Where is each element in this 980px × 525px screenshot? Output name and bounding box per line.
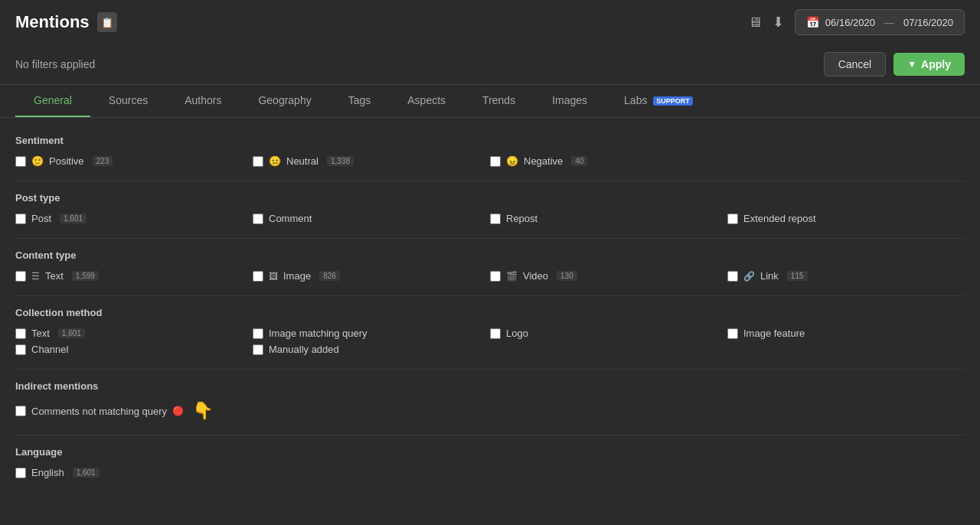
- content-type-link[interactable]: 🔗 Link 115: [727, 270, 965, 282]
- tab-authors[interactable]: Authors: [166, 85, 240, 117]
- divider-4: [15, 369, 965, 370]
- language-english[interactable]: English 1,601: [15, 467, 253, 478]
- cursor-emoji: 👇: [192, 401, 213, 421]
- cancel-button[interactable]: Cancel: [824, 52, 887, 77]
- indirect-mention-checkbox[interactable]: [15, 406, 26, 416]
- sentiment-negative-checkbox[interactable]: [490, 156, 501, 167]
- collection-channel-checkbox[interactable]: [15, 344, 26, 355]
- content-type-section: Content type ☰ Text 1,599 🖼 Image 826 🎬 …: [15, 249, 965, 282]
- mentions-badge-icon[interactable]: 📋: [97, 12, 117, 32]
- tab-sources[interactable]: Sources: [90, 85, 166, 117]
- negative-count: 40: [571, 156, 587, 166]
- collection-image-matching[interactable]: Image matching query: [253, 328, 490, 339]
- collection-channel[interactable]: Channel: [15, 344, 253, 355]
- tab-trends[interactable]: Trends: [464, 85, 534, 117]
- filter-actions: Cancel ▼ Apply: [824, 52, 965, 77]
- collection-manually-added-checkbox[interactable]: [253, 344, 263, 355]
- collection-text[interactable]: Text 1,601: [15, 328, 253, 339]
- sentiment-grid: 🙂 Positive 223 😐 Neutral 1,338 😠 Negativ…: [15, 155, 965, 167]
- date-separator: —: [884, 17, 894, 28]
- tab-general[interactable]: General: [15, 85, 90, 117]
- positive-label: Positive: [49, 155, 84, 167]
- labs-support-badge: SUPPORT: [653, 96, 693, 106]
- tab-labs[interactable]: Labs SUPPORT: [606, 85, 711, 117]
- content-text-checkbox[interactable]: [15, 271, 26, 282]
- indirect-mentions-section: Indirect mentions Comments not matching …: [15, 380, 965, 421]
- download-icon[interactable]: ⬇: [773, 14, 784, 31]
- post-type-extended-repost[interactable]: Extended repost: [727, 213, 965, 224]
- content-image-checkbox[interactable]: [253, 271, 263, 282]
- content-text-count: 1,599: [72, 271, 99, 281]
- divider-2: [15, 238, 965, 239]
- calendar-icon: 📅: [806, 16, 819, 28]
- text-content-icon: ☰: [31, 271, 40, 282]
- content-type-image[interactable]: 🖼 Image 826: [253, 270, 490, 282]
- collection-image-feature-checkbox[interactable]: [727, 328, 738, 339]
- english-label: English: [31, 467, 64, 478]
- page-title: Mentions: [15, 12, 90, 32]
- date-to: 07/16/2020: [903, 17, 953, 28]
- post-type-post[interactable]: Post 1,601: [15, 213, 253, 224]
- content-type-text[interactable]: ☰ Text 1,599: [15, 270, 253, 282]
- header-right: 🖥 ⬇ 📅 06/16/2020 — 07/16/2020: [748, 9, 965, 35]
- content-link-checkbox[interactable]: [727, 271, 738, 282]
- tab-geography[interactable]: Geography: [240, 85, 329, 117]
- sentiment-neutral-checkbox[interactable]: [253, 156, 263, 167]
- collection-text-count: 1,601: [58, 328, 85, 338]
- post-count: 1,601: [60, 214, 87, 223]
- info-dot-icon: 🔴: [172, 406, 184, 416]
- sentiment-positive-item[interactable]: 🙂 Positive 223: [15, 155, 253, 167]
- english-count: 1,601: [73, 468, 100, 478]
- tab-tags[interactable]: Tags: [330, 85, 390, 117]
- english-checkbox[interactable]: [15, 468, 26, 478]
- collection-image-matching-checkbox[interactable]: [253, 328, 263, 339]
- divider-1: [15, 181, 965, 181]
- sentiment-neutral-item[interactable]: 😐 Neutral 1,338: [253, 155, 490, 167]
- header-left: Mentions 📋: [15, 12, 117, 32]
- video-content-icon: 🎬: [506, 271, 518, 282]
- language-grid: English 1,601: [15, 467, 965, 478]
- content-image-label: Image: [283, 270, 311, 282]
- sentiment-positive-checkbox[interactable]: [15, 156, 26, 167]
- content-link-label: Link: [760, 270, 779, 282]
- indirect-mentions-title: Indirect mentions: [15, 380, 965, 392]
- tab-images[interactable]: Images: [534, 85, 606, 117]
- collection-image-feature-label: Image feature: [743, 328, 805, 339]
- content-type-video[interactable]: 🎬 Video 130: [490, 270, 727, 282]
- post-type-comment[interactable]: Comment: [253, 213, 490, 224]
- post-checkbox[interactable]: [15, 214, 26, 224]
- image-content-icon: 🖼: [269, 271, 278, 282]
- collection-manually-added[interactable]: Manually added: [253, 344, 490, 355]
- no-filters-label: No filters applied: [15, 58, 95, 70]
- post-type-grid: Post 1,601 Comment Repost Extended repos…: [15, 213, 965, 224]
- negative-icon: 😠: [506, 155, 518, 167]
- apply-button[interactable]: ▼ Apply: [893, 53, 965, 76]
- sentiment-negative-item[interactable]: 😠 Negative 40: [490, 155, 727, 167]
- post-type-repost[interactable]: Repost: [490, 213, 727, 224]
- sentiment-section: Sentiment 🙂 Positive 223 😐 Neutral 1,338…: [15, 135, 965, 167]
- negative-label: Negative: [524, 155, 563, 167]
- indirect-mention-checkbox-item[interactable]: Comments not matching query 🔴 👇: [15, 401, 213, 421]
- collection-image-feature[interactable]: Image feature: [727, 328, 965, 339]
- repost-checkbox[interactable]: [490, 214, 501, 224]
- positive-icon: 🙂: [31, 155, 44, 167]
- content-video-checkbox[interactable]: [490, 271, 501, 282]
- collection-logo[interactable]: Logo: [490, 328, 727, 339]
- content-video-label: Video: [523, 270, 548, 282]
- extended-repost-checkbox[interactable]: [727, 214, 738, 224]
- collection-text-label: Text: [31, 328, 50, 339]
- monitor-icon[interactable]: 🖥: [748, 15, 762, 31]
- filter-bar: No filters applied Cancel ▼ Apply: [0, 44, 980, 85]
- content-type-title: Content type: [15, 249, 965, 261]
- positive-count: 223: [93, 156, 113, 166]
- tab-aspects[interactable]: Aspects: [389, 85, 464, 117]
- indirect-mention-row: Comments not matching query 🔴 👇: [15, 401, 965, 421]
- header: Mentions 📋 🖥 ⬇ 📅 06/16/2020 — 07/16/2020: [0, 0, 980, 44]
- date-range-picker[interactable]: 📅 06/16/2020 — 07/16/2020: [795, 9, 965, 35]
- collection-text-checkbox[interactable]: [15, 328, 26, 339]
- collection-logo-checkbox[interactable]: [490, 328, 501, 339]
- repost-label: Repost: [506, 213, 537, 224]
- comment-checkbox[interactable]: [253, 214, 263, 224]
- main-content: Sentiment 🙂 Positive 223 😐 Neutral 1,338…: [0, 118, 980, 525]
- collection-method-title: Collection method: [15, 307, 965, 318]
